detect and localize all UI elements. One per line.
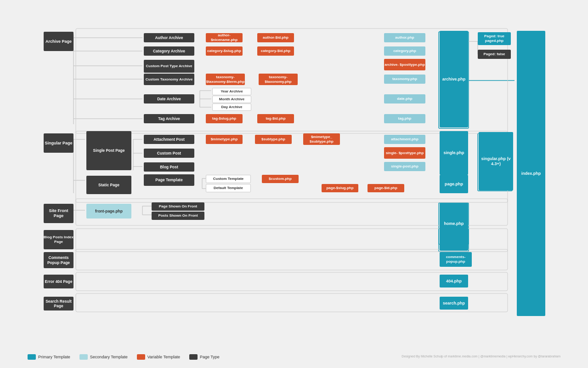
category-id-node: category-$id.php [257, 46, 294, 56]
singular-page-label: Singular Page [44, 133, 74, 153]
legend-pagetype-label: Page Type [200, 355, 220, 359]
category-php-node: category.php [384, 46, 425, 56]
archive-page-label: Archive Page [44, 32, 74, 51]
legend: Primary Template Secondary Template Vari… [28, 354, 220, 360]
singular-php-node: singular.php (v 4.3+) [479, 132, 513, 190]
paged-false-node: Paged: false [478, 50, 511, 59]
page-php-node: page.php [440, 175, 468, 193]
site-front-page-label: Site Front Page [44, 204, 74, 223]
page-id-node: page-$id.php [368, 184, 404, 192]
blog-posts-index-label: Blog Posts Index Page [44, 230, 74, 249]
page-slug-node: page-$slug.php [322, 184, 358, 192]
custom-post-node: Custom Post [144, 149, 194, 158]
year-archive-node: Year Archive [212, 88, 251, 95]
legend-primary-label: Primary Template [38, 355, 70, 359]
archive-posttype-node: archive- $posttype.php [384, 59, 425, 70]
legend-variable: Variable Template [137, 354, 180, 360]
paged-true-node: Paged: true paged.php [478, 32, 511, 45]
index-php-node: index.php [517, 31, 545, 316]
author-php-node: author.php [384, 33, 425, 42]
taxonomy-taxonomy-node: taxonomy- $taxonomy.php [259, 74, 298, 85]
subtype-node: $subtype.php [255, 135, 292, 144]
custom-template-node: Custom Template [206, 175, 251, 183]
taxonomy-php-node: taxonomy.php [384, 75, 425, 84]
day-archive-node: Day Archive [212, 104, 251, 111]
mimetype-subtype-node: $mimetype_ $subtype.php [303, 133, 340, 145]
author-nicename-node: author- $nicename.php [206, 33, 243, 42]
static-page-node: Static Page [86, 176, 131, 194]
error-404-label: Error 404 Page [44, 275, 74, 288]
tag-php-node: tag.php [384, 114, 425, 123]
legend-pagetype-box [189, 354, 198, 360]
search-result-label: Search Result Page [44, 297, 74, 310]
tag-archive-node: Tag Archive [144, 114, 194, 123]
taxonomy-term-node: taxonomy- $taxonomy-$term.php [206, 74, 245, 85]
page-template-node: Page Template [144, 174, 194, 186]
custom-post-type-archive-node: Custom Post Type Archive [144, 60, 194, 73]
legend-secondary: Secondary Template [79, 354, 128, 360]
front-page-php-node: front-page.php [86, 204, 131, 218]
error-404-php-node: 404.php [440, 275, 468, 288]
single-php-node: single.php [440, 131, 468, 175]
footer-text: Designed By Michelle Schulp of marktime.… [401, 355, 560, 358]
attachment-post-node: Attachment Post [144, 135, 194, 144]
legend-variable-label: Variable Template [147, 355, 180, 359]
tag-id-node: tag-$id.php [257, 114, 294, 123]
legend-pagetype: Page Type [189, 354, 220, 360]
diagram-container: Archive Page Author Archive author- $nic… [0, 0, 588, 368]
legend-primary-box [28, 354, 36, 360]
blog-post-node: Blog Post [144, 162, 194, 172]
single-post-page-node: Single Post Page [86, 131, 131, 170]
category-slug-node: category-$slug.php [206, 46, 243, 56]
category-archive-node: Category Archive [144, 46, 194, 56]
posts-shown-front-node: Posts Shown On Front [152, 212, 204, 220]
legend-secondary-box [79, 354, 88, 360]
legend-variable-box [137, 354, 145, 360]
mimetype-node: $mimetype.php [206, 135, 243, 144]
blog-posts-index-box [440, 229, 468, 251]
custom-taxonomy-archive-node: Custom Taxonomy Archive [144, 74, 194, 85]
month-archive-node: Month Archive [212, 96, 251, 103]
author-archive-node: Author Archive [144, 33, 194, 42]
attachment-php-node: attachment.php [384, 135, 425, 144]
legend-primary: Primary Template [28, 354, 70, 360]
default-template-node: Default Template [206, 184, 251, 192]
custom-php-node: $custom.php [262, 175, 299, 183]
author-id-node: author-$id.php [257, 33, 294, 42]
archive-php-node: archive.php [440, 31, 468, 127]
tag-slug-node: tag-$slug.php [206, 114, 243, 123]
page-shown-front-node: Page Shown On Front [152, 202, 204, 211]
single-posttype-node: single- $posttype.php [384, 147, 425, 159]
search-php-node: search.php [440, 297, 468, 310]
comments-popup-php-node: comments- popup.php [440, 252, 472, 267]
single-post-php-node: single-post.php [384, 162, 425, 171]
legend-secondary-label: Secondary Template [90, 355, 128, 359]
comments-popup-label: Comments Popup Page [44, 252, 74, 268]
date-php-node: date.php [384, 94, 425, 104]
date-archive-node: Date Archive [144, 94, 194, 104]
